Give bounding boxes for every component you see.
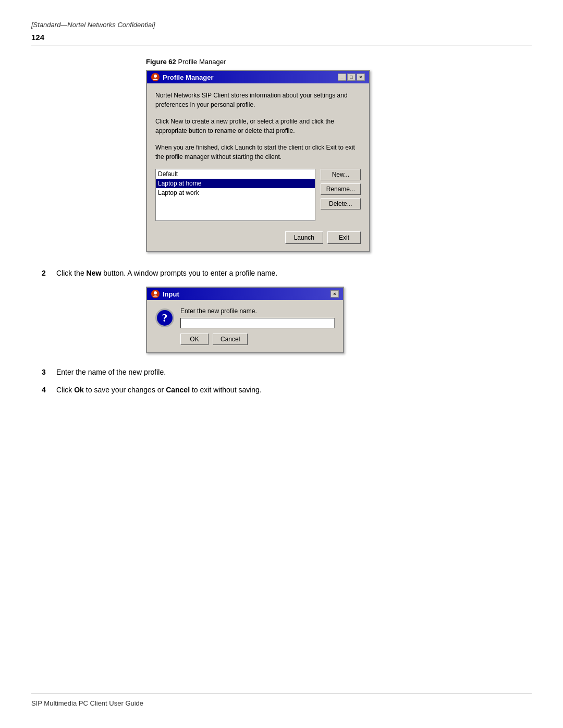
pm-content-area: Default Laptop at home Laptop at work Ne… (155, 169, 361, 221)
step-4-text: Click Ok to save your changes or Cancel … (56, 386, 262, 394)
svg-point-0 (154, 75, 157, 78)
step-3: 3 Enter the name of the new profile. (31, 368, 532, 376)
titlebar-left: Profile Manager (151, 73, 214, 81)
step-3-text: Enter the name of the new profile. (56, 368, 166, 376)
minimize-button[interactable]: _ (338, 73, 346, 81)
ok-button[interactable]: OK (180, 334, 209, 345)
input-titlebar-left: Input (151, 290, 179, 298)
pm-description-3: When you are finished, click Launch to s… (155, 143, 361, 162)
step-2-bold: New (87, 269, 102, 277)
figure-title: Profile Manager (178, 58, 226, 66)
confidential-label: [Standard—Nortel Networks Confidential] (31, 21, 532, 29)
close-button[interactable]: × (357, 73, 365, 81)
input-titlebar: Input × (147, 288, 343, 300)
pm-description-1: Nortel Networks SIP Client stores inform… (155, 91, 361, 109)
step-4-ok: Ok (74, 386, 84, 394)
step-4: 4 Click Ok to save your changes or Cance… (31, 386, 532, 394)
step-4-number: 4 (42, 386, 50, 394)
input-close-button[interactable]: × (331, 290, 339, 298)
footer-area: SIP Multimedia PC Client User Guide (31, 694, 532, 707)
profile-list[interactable]: Default Laptop at home Laptop at work (155, 169, 315, 221)
step-2-text-after: button. A window prompts you to enter a … (103, 269, 277, 277)
input-dialog-buttons: OK Cancel (180, 334, 335, 345)
cancel-button[interactable]: Cancel (213, 334, 248, 345)
input-icon (151, 290, 160, 298)
step-4-cancel: Cancel (166, 386, 190, 394)
profile-manager-titlebar: Profile Manager _ □ × (147, 71, 369, 83)
maximize-button[interactable]: □ (347, 73, 356, 81)
pm-side-buttons: New... Rename... Delete... (321, 169, 361, 221)
pm-description-2: Click New to create a new profile, or se… (155, 117, 361, 135)
step-4-text-before: Click (56, 386, 72, 394)
profile-manager-window: Profile Manager _ □ × Nortel Networks SI… (146, 70, 370, 252)
step-2-text: Click the New button. A window prompts y… (56, 269, 277, 277)
input-body: ? Enter the new profile name. OK Cancel (147, 300, 343, 352)
page-number: 124 (31, 33, 532, 42)
step-4-after: to exit without saving. (192, 386, 262, 394)
exit-button[interactable]: Exit (327, 231, 361, 244)
titlebar-controls: _ □ × (338, 73, 365, 81)
profile-manager-body: Nortel Networks SIP Client stores inform… (147, 83, 369, 251)
step-2-number: 2 (42, 269, 50, 277)
list-item-laptop-home[interactable]: Laptop at home (156, 179, 315, 188)
profile-name-input[interactable] (180, 318, 335, 328)
delete-button[interactable]: Delete... (321, 198, 361, 209)
svg-point-1 (154, 291, 157, 294)
figure-label: Figure 62 Profile Manager (146, 58, 532, 66)
new-button[interactable]: New... (321, 169, 361, 180)
input-dialog-title: Input (163, 290, 179, 298)
step-2-text-before: Click the (56, 269, 84, 277)
step-4-middle: to save your changes or (86, 386, 164, 394)
question-icon: ? (155, 309, 174, 327)
input-dialog-window: Input × ? Enter the new profile name. OK… (146, 287, 344, 353)
page-footer: SIP Multimedia PC Client User Guide (31, 699, 532, 707)
list-item-default[interactable]: Default (156, 169, 315, 179)
list-item-laptop-work[interactable]: Laptop at work (156, 188, 315, 198)
profile-manager-icon (151, 73, 160, 81)
figure-number: Figure 62 (146, 58, 176, 66)
profile-manager-title: Profile Manager (163, 73, 214, 81)
top-divider (31, 45, 532, 45)
input-right: Enter the new profile name. OK Cancel (180, 307, 335, 345)
input-prompt: Enter the new profile name. (180, 307, 335, 315)
step-2: 2 Click the New button. A window prompts… (31, 269, 532, 277)
pm-footer: Launch Exit (155, 227, 361, 244)
step-3-number: 3 (42, 368, 50, 376)
bottom-divider (31, 694, 532, 694)
rename-button[interactable]: Rename... (321, 183, 361, 195)
launch-button[interactable]: Launch (285, 231, 323, 244)
